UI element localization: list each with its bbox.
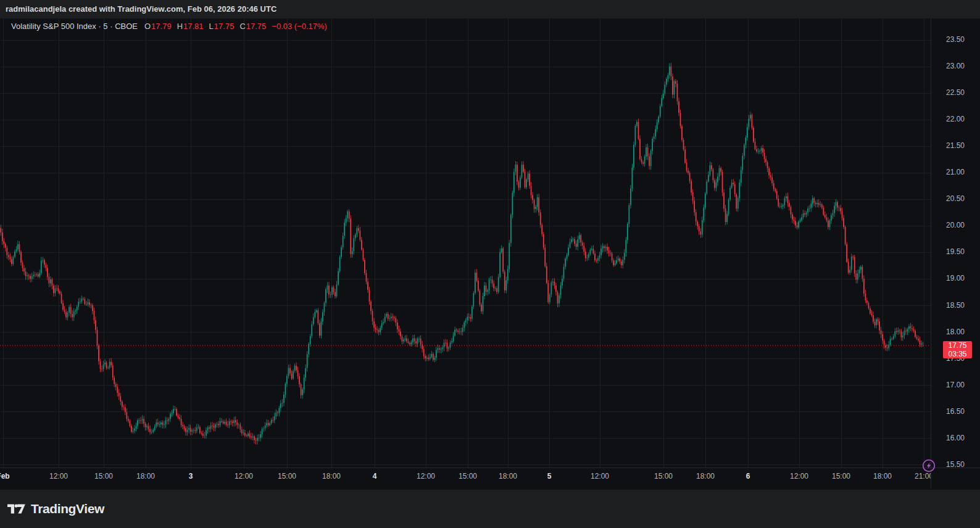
bar-countdown: 03:35 xyxy=(943,350,972,358)
price-axis-label: 16.00 xyxy=(946,434,965,442)
attribution-text: radmilacandjela created with TradingView… xyxy=(6,4,276,14)
price-axis-label: 23.00 xyxy=(946,62,965,70)
time-axis-label: 12:00 xyxy=(790,472,808,481)
refresh-button[interactable] xyxy=(921,458,936,473)
price-axis-label: 16.50 xyxy=(946,407,965,416)
time-axis-label: 18:00 xyxy=(696,472,715,481)
price-axis-label: 19.50 xyxy=(946,247,965,256)
time-axis[interactable]: Feb12:0015:0018:00312:0015:0018:00412:00… xyxy=(0,468,931,489)
price-axis-label: 21.50 xyxy=(946,141,965,150)
price-axis-label: 22.50 xyxy=(946,88,965,97)
time-axis-label: 15:00 xyxy=(832,472,850,481)
tradingview-snapshot: radmilacandjela created with TradingView… xyxy=(0,0,980,528)
brand-name: TradingView xyxy=(31,501,104,516)
time-axis-label: 18:00 xyxy=(322,472,341,481)
candlestick-chart[interactable] xyxy=(0,19,931,468)
lightning-icon xyxy=(921,458,936,473)
price-axis-label: 20.50 xyxy=(946,194,965,203)
time-axis-label-major: 5 xyxy=(547,472,552,481)
time-axis-label: 12:00 xyxy=(591,472,609,481)
last-price-value: 17.75 xyxy=(943,341,972,350)
time-axis-label: 18:00 xyxy=(499,472,517,481)
attribution-bar: radmilacandjela created with TradingView… xyxy=(0,0,980,19)
time-axis-label: 12:00 xyxy=(235,472,253,481)
time-axis-separator xyxy=(0,468,980,468)
price-axis-label: 21.00 xyxy=(946,168,965,176)
price-axis-label: 17.00 xyxy=(946,381,965,389)
price-axis-label: 18.50 xyxy=(946,301,965,310)
tradingview-logo[interactable]: TradingView xyxy=(7,501,104,516)
price-axis[interactable]: 17.75 03:35 23.5023.0022.5022.0021.5021.… xyxy=(931,19,980,489)
price-axis-label: 19.00 xyxy=(946,274,965,283)
time-axis-label: 15:00 xyxy=(654,472,673,481)
time-axis-label-major: 6 xyxy=(746,472,750,481)
time-axis-label: 12:00 xyxy=(417,472,435,481)
time-axis-label-major: Feb xyxy=(0,472,10,481)
footer-bar: TradingView xyxy=(0,490,980,528)
last-price-badge: 17.75 03:35 xyxy=(943,341,972,358)
time-axis-label-major: 3 xyxy=(189,472,193,481)
time-axis-label: 15:00 xyxy=(459,472,477,481)
time-axis-label: 18:00 xyxy=(136,472,155,481)
time-axis-label: 15:00 xyxy=(94,472,113,481)
price-axis-label: 22.00 xyxy=(946,115,965,123)
price-axis-label: 20.00 xyxy=(946,221,965,229)
price-axis-label: 18.00 xyxy=(946,328,965,336)
time-axis-label: 15:00 xyxy=(278,472,296,481)
tradingview-logomark-icon xyxy=(7,504,26,514)
time-axis-label-major: 4 xyxy=(373,472,377,481)
price-axis-label: 23.50 xyxy=(946,35,965,44)
time-axis-label: 18:00 xyxy=(873,472,892,481)
time-axis-label: 12:00 xyxy=(49,472,68,481)
time-axis-label: 21:00 xyxy=(915,472,931,481)
